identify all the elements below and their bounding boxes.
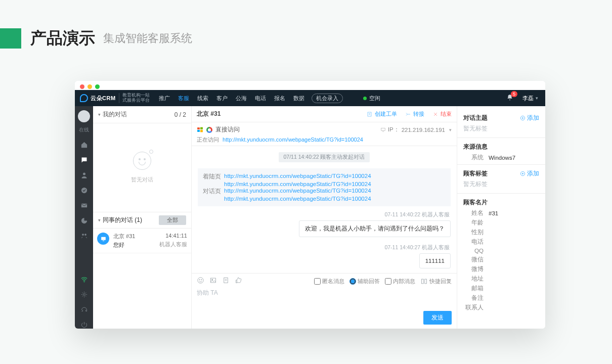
conv-title: 北京 #31 — [113, 233, 135, 240]
top-nav: 云朵CRM 教育机构一站式服务云平台 推广 客服 线索 客户 公海 电话 报名 … — [75, 90, 545, 106]
user-menu[interactable]: 李磊 — [522, 95, 538, 102]
empty-state: 暂无对话 — [93, 123, 191, 212]
quick-reply-button[interactable]: 快捷回复 — [420, 278, 452, 285]
chrome-icon — [206, 127, 212, 133]
agent-status[interactable]: 空闲 — [363, 95, 380, 102]
chatpage-url[interactable]: http://mkt.yunduocrm.com/webpageStatic/T… — [224, 188, 371, 195]
group-icon[interactable] — [80, 232, 88, 240]
svg-point-1 — [83, 159, 84, 159]
field-qq-label: QQ — [463, 248, 484, 254]
info-panel: 对话主题 添加 暂无标签 来源信息 系统Windows7 顾客标签 添加 暂无标… — [457, 106, 545, 329]
page-info-block: 着陆页http://mkt.yunduocrm.com/webpageStati… — [198, 168, 451, 206]
new-opportunity-button[interactable]: 机会录入 — [312, 94, 343, 103]
svg-point-7 — [84, 234, 86, 236]
svg-rect-11 — [102, 240, 104, 241]
field-age-label: 年龄 — [463, 219, 484, 226]
status-label: 空闲 — [369, 95, 380, 102]
bot-message: 欢迎，我是机器人小助手，请问遇到了什么问题吗？ — [299, 220, 451, 237]
notifications-button[interactable]: 5 — [506, 94, 513, 102]
chat-panel: 北京 #31 创建工单 转接 结束 直接访问 IP：221.219.162.19… — [192, 106, 457, 329]
nav-data[interactable]: 数据 — [293, 95, 304, 102]
visitor-ip[interactable]: IP：221.219.162.191 — [380, 126, 452, 133]
mail-icon[interactable] — [80, 201, 88, 209]
nav-promo[interactable]: 推广 — [159, 95, 170, 102]
system-label: 系统 — [463, 154, 484, 161]
chart-icon[interactable] — [80, 216, 88, 224]
peer-conversations-header[interactable]: 同事的对话 (1) 全部 — [93, 212, 191, 229]
nav-sea[interactable]: 公海 — [236, 95, 247, 102]
emoji-icon[interactable] — [197, 277, 204, 286]
create-ticket-button[interactable]: 创建工单 — [367, 110, 397, 118]
image-icon[interactable] — [209, 277, 217, 286]
transfer-button[interactable]: 转接 — [405, 110, 424, 118]
landing-url-2[interactable]: http://mkt.yunduocrm.com/webpageStatic/T… — [224, 181, 371, 187]
field-weibo-label: 微博 — [463, 265, 484, 273]
system-value: Windows7 — [489, 155, 515, 161]
message-input[interactable]: 协助 TA — [197, 289, 452, 298]
nav-phone[interactable]: 电话 — [255, 95, 266, 102]
brand[interactable]: 云朵CRM 教育机构一站式服务云平台 — [80, 93, 150, 103]
bot-message: 111111 — [419, 253, 451, 268]
field-gender-label: 性别 — [463, 229, 484, 236]
channel-icon — [97, 233, 109, 245]
avatar[interactable] — [78, 110, 90, 122]
field-addr-label: 地址 — [463, 275, 484, 283]
svg-point-4 — [81, 187, 86, 193]
landing-url[interactable]: http://mkt.yunduocrm.com/webpageStatic/T… — [224, 173, 371, 180]
svg-point-18 — [198, 278, 203, 283]
nav-service[interactable]: 客服 — [178, 95, 189, 102]
assist-radio[interactable]: 辅助回答 — [349, 278, 380, 285]
home-icon[interactable] — [80, 141, 88, 149]
message-timestamp: 07-11 14:40:27 机器人客服 — [199, 244, 450, 251]
filter-all-button[interactable]: 全部 — [159, 215, 186, 225]
svg-rect-21 — [211, 278, 216, 283]
nav-leads[interactable]: 线索 — [197, 95, 208, 102]
power-icon[interactable] — [80, 321, 88, 329]
svg-rect-25 — [425, 279, 427, 284]
headset-icon[interactable] — [80, 305, 88, 313]
conversation-item[interactable]: 北京 #3114:41:11 您好机器人客服 — [93, 229, 191, 253]
topic-empty: 暂无标签 — [463, 125, 539, 132]
svg-rect-13 — [197, 127, 200, 129]
add-tag-button[interactable]: 添加 — [520, 170, 539, 177]
add-topic-button[interactable]: 添加 — [520, 114, 539, 122]
chatpage-url-2[interactable]: http://mkt.yunduocrm.com/webpageStatic/T… — [224, 196, 371, 202]
conv-time: 14:41:11 — [165, 233, 187, 240]
notification-badge: 5 — [511, 91, 517, 97]
svg-point-2 — [84, 159, 85, 159]
internal-checkbox[interactable]: 内部消息 — [385, 278, 415, 285]
attachment-icon[interactable] — [222, 277, 230, 286]
svg-point-3 — [83, 172, 85, 175]
user-icon[interactable] — [80, 171, 88, 179]
nav-signup[interactable]: 报名 — [274, 95, 285, 102]
maximize-icon[interactable] — [95, 84, 100, 89]
nav-customers[interactable]: 客户 — [216, 95, 228, 102]
my-conversations-header[interactable]: 我的对话 0 / 2 — [93, 106, 191, 123]
visit-direct: 直接访问 — [215, 126, 240, 133]
send-button[interactable]: 发送 — [423, 311, 452, 325]
wifi-icon[interactable] — [80, 275, 88, 283]
gear-icon[interactable] — [80, 290, 88, 298]
chatpage-label: 对话页 — [203, 188, 221, 195]
my-conversations-count: 0 / 2 — [174, 111, 186, 118]
close-icon[interactable] — [80, 84, 84, 89]
chat-icon[interactable] — [80, 156, 88, 164]
landing-label: 着陆页 — [203, 173, 221, 180]
message-timestamp: 07-11 14:40:22 机器人客服 — [199, 211, 450, 218]
minimize-icon[interactable] — [88, 84, 92, 89]
end-button[interactable]: 结束 — [432, 110, 452, 118]
field-remark-label: 备注 — [463, 294, 484, 302]
svg-point-20 — [201, 280, 202, 280]
svg-point-22 — [212, 279, 213, 280]
chat-messages[interactable]: 07/11 14:40:22 顾客主动发起对话 着陆页http://mkt.yu… — [192, 146, 457, 273]
visiting-url[interactable]: http://mkt.yunduocrm.com/webpageStatic/T… — [223, 136, 363, 143]
status-dot-icon — [363, 97, 367, 100]
check-icon[interactable] — [80, 186, 88, 194]
my-conversations-label: 我的对话 — [98, 110, 127, 119]
anon-checkbox[interactable]: 匿名消息 — [314, 278, 344, 285]
visiting-label: 正在访问 — [197, 136, 219, 143]
svg-point-9 — [83, 293, 85, 295]
like-icon[interactable] — [235, 277, 242, 286]
rail-status: 在线 — [79, 126, 89, 133]
empty-text: 暂无对话 — [131, 176, 153, 184]
